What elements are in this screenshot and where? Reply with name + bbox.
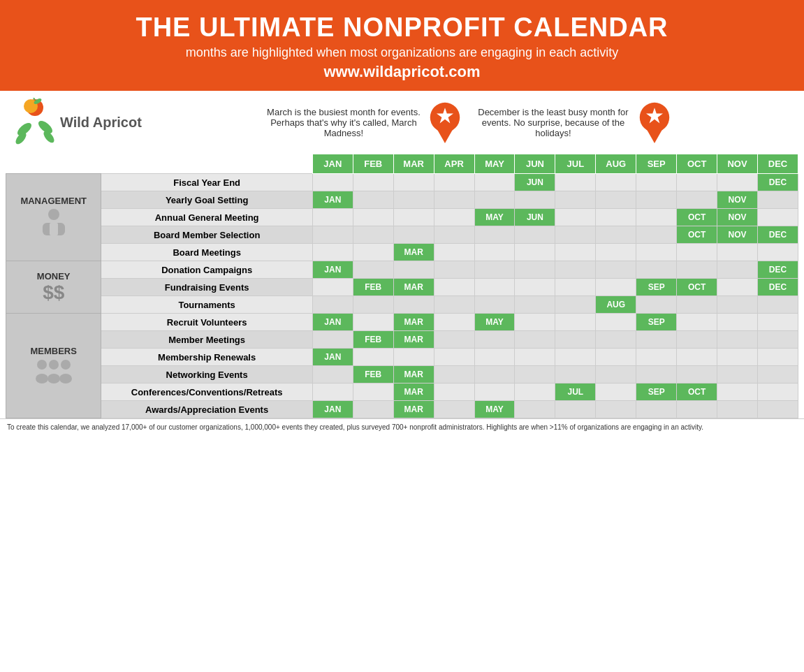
members-icon bbox=[35, 356, 73, 384]
row-label: Annual General Meeting bbox=[101, 209, 312, 226]
month-cell-feb bbox=[353, 384, 393, 401]
month-cell-mar: MAR bbox=[393, 244, 434, 261]
month-cell-nov bbox=[717, 174, 758, 191]
month-cell-sep bbox=[636, 349, 677, 366]
month-cell-dec bbox=[758, 314, 798, 331]
table-row: Conferences/Conventions/RetreatsMARJULSE… bbox=[6, 384, 798, 401]
month-cell-aug: AUG bbox=[596, 296, 636, 314]
svg-point-18 bbox=[36, 374, 48, 384]
month-cell-feb bbox=[353, 296, 393, 314]
month-cell-oct bbox=[677, 261, 717, 279]
dec-note-text: December is the least busy month for eve… bbox=[476, 107, 630, 138]
month-cell-dec bbox=[758, 209, 798, 226]
month-cell-feb bbox=[353, 174, 393, 191]
month-cell-may bbox=[474, 191, 515, 209]
page-title: THE ULTIMATE NONPROFIT CALENDAR bbox=[14, 13, 790, 43]
info-note-dec: December is the least busy month for eve… bbox=[476, 101, 672, 143]
calendar-wrapper: JAN FEB MAR APR MAY JUN JUL AUG SEP OCT … bbox=[0, 154, 804, 418]
month-cell-mar bbox=[393, 174, 434, 191]
month-cell-jul: JUL bbox=[555, 384, 596, 401]
col-aug: AUG bbox=[596, 154, 636, 174]
month-cell-feb bbox=[353, 244, 393, 261]
month-cell-nov bbox=[717, 244, 758, 261]
table-row: Member MeetingsFEBMAR bbox=[6, 331, 798, 349]
month-cell-may bbox=[474, 366, 515, 384]
month-cell-jan: JAN bbox=[312, 261, 353, 279]
table-row: Membership RenewalsJAN bbox=[6, 349, 798, 366]
category-cell-members: MEMBERS bbox=[6, 314, 101, 418]
month-cell-sep bbox=[636, 174, 677, 191]
month-cell-nov bbox=[717, 279, 758, 296]
month-cell-aug bbox=[596, 209, 636, 226]
month-cell-jun bbox=[515, 331, 555, 349]
month-cell-jun bbox=[515, 384, 555, 401]
col-dec: DEC bbox=[758, 154, 798, 174]
col-sep: SEP bbox=[636, 154, 677, 174]
month-cell-may bbox=[474, 331, 515, 349]
svg-point-15 bbox=[37, 360, 47, 370]
month-cell-oct: OCT bbox=[677, 226, 717, 244]
month-cell-jun bbox=[515, 366, 555, 384]
march-pin-icon bbox=[427, 101, 462, 143]
month-cell-jul bbox=[555, 209, 596, 226]
col-apr: APR bbox=[434, 154, 474, 174]
month-cell-sep bbox=[636, 209, 677, 226]
month-cell-sep bbox=[636, 244, 677, 261]
month-cell-feb: FEB bbox=[353, 366, 393, 384]
table-row: MANAGEMENT Fiscal Year EndJUNDEC bbox=[6, 174, 798, 191]
row-label: Networking Events bbox=[101, 366, 312, 384]
row-label: Board Member Selection bbox=[101, 226, 312, 244]
month-cell-jan: JAN bbox=[312, 401, 353, 418]
info-note-march: March is the busiest month for events. P… bbox=[267, 101, 462, 143]
svg-point-17 bbox=[61, 360, 71, 370]
month-cell-jul bbox=[555, 349, 596, 366]
month-cell-mar bbox=[393, 349, 434, 366]
month-cell-jul bbox=[555, 331, 596, 349]
month-cell-jan bbox=[312, 296, 353, 314]
category-cell-management: MANAGEMENT bbox=[6, 174, 101, 261]
month-cell-jun bbox=[515, 244, 555, 261]
month-cell-may bbox=[474, 349, 515, 366]
logo-icon bbox=[14, 98, 56, 147]
month-cell-mar bbox=[393, 191, 434, 209]
page-subtitle: months are highlighted when most organiz… bbox=[14, 45, 790, 60]
row-label: Fiscal Year End bbox=[101, 174, 312, 191]
month-cell-nov: NOV bbox=[717, 209, 758, 226]
month-cell-aug bbox=[596, 244, 636, 261]
month-cell-mar: MAR bbox=[393, 279, 434, 296]
month-cell-nov bbox=[717, 401, 758, 418]
month-cell-jul bbox=[555, 366, 596, 384]
row-label: Membership Renewals bbox=[101, 349, 312, 366]
month-cell-sep bbox=[636, 331, 677, 349]
month-cell-jan bbox=[312, 174, 353, 191]
month-cell-oct: OCT bbox=[677, 209, 717, 226]
table-row: Annual General MeetingMAYJUNOCTNOV bbox=[6, 209, 798, 226]
month-cell-dec bbox=[758, 191, 798, 209]
month-cell-jul bbox=[555, 226, 596, 244]
month-cell-mar bbox=[393, 296, 434, 314]
months-header-row: JAN FEB MAR APR MAY JUN JUL AUG SEP OCT … bbox=[6, 154, 798, 174]
table-row: Awards/Appreciation EventsJANMARMAY bbox=[6, 401, 798, 418]
month-cell-jun bbox=[515, 191, 555, 209]
month-cell-jan bbox=[312, 279, 353, 296]
month-cell-aug bbox=[596, 279, 636, 296]
table-row: MONEY$$Donation CampaignsJANDEC bbox=[6, 261, 798, 279]
info-notes: March is the busiest month for events. P… bbox=[149, 101, 790, 143]
col-feb: FEB bbox=[353, 154, 393, 174]
month-cell-aug bbox=[596, 261, 636, 279]
month-cell-aug bbox=[596, 226, 636, 244]
row-label: Donation Campaigns bbox=[101, 261, 312, 279]
month-cell-jul bbox=[555, 191, 596, 209]
month-cell-jul bbox=[555, 296, 596, 314]
month-cell-oct bbox=[677, 191, 717, 209]
month-cell-feb bbox=[353, 226, 393, 244]
month-cell-sep: SEP bbox=[636, 279, 677, 296]
row-label: Yearly Goal Setting bbox=[101, 191, 312, 209]
month-cell-feb bbox=[353, 314, 393, 331]
svg-point-16 bbox=[49, 360, 59, 370]
month-cell-sep bbox=[636, 226, 677, 244]
row-label: Conferences/Conventions/Retreats bbox=[101, 384, 312, 401]
march-note-text: March is the busiest month for events. P… bbox=[267, 107, 421, 138]
month-cell-sep bbox=[636, 296, 677, 314]
month-cell-dec bbox=[758, 401, 798, 418]
